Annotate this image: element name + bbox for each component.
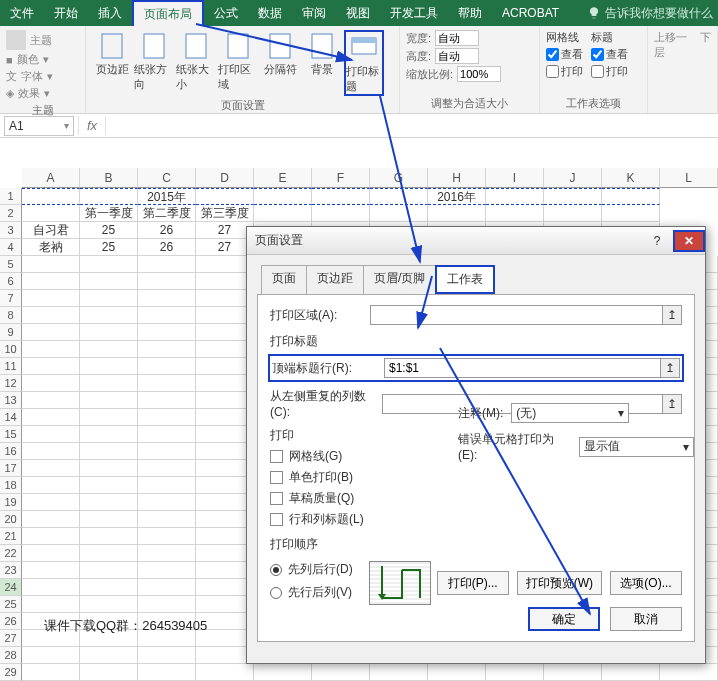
order-over-radio[interactable]: 先行后列(V) bbox=[270, 584, 353, 601]
row-20[interactable]: 20 bbox=[0, 511, 22, 528]
tab-file[interactable]: 文件 bbox=[0, 0, 44, 26]
tab-acrobat[interactable]: ACROBAT bbox=[492, 0, 569, 26]
gridlines-print-check[interactable]: 打印 bbox=[546, 64, 583, 79]
row-12[interactable]: 12 bbox=[0, 375, 22, 392]
comments-select[interactable]: (无)▾ bbox=[511, 403, 629, 423]
colors-button[interactable]: ■ 颜色 ▾ bbox=[6, 52, 79, 67]
height-select[interactable] bbox=[435, 48, 479, 64]
rowcol-check[interactable]: 行和列标题(L) bbox=[270, 511, 682, 528]
tab-page-layout[interactable]: 页面布局 bbox=[132, 0, 204, 26]
row-1[interactable]: 1 bbox=[0, 188, 22, 205]
tab-developer[interactable]: 开发工具 bbox=[380, 0, 448, 26]
fx-button[interactable]: fx bbox=[78, 116, 106, 135]
row-28[interactable]: 28 bbox=[0, 647, 22, 664]
close-button[interactable]: ✕ bbox=[673, 230, 705, 252]
orientation-button[interactable]: 纸张方向 bbox=[134, 30, 174, 96]
breaks-button[interactable]: 分隔符 bbox=[260, 30, 300, 96]
row-2[interactable]: 2 bbox=[0, 205, 22, 222]
tab-help[interactable]: 帮助 bbox=[448, 0, 492, 26]
row-29[interactable]: 29 bbox=[0, 664, 22, 681]
col-K[interactable]: K bbox=[602, 168, 660, 188]
row-26[interactable]: 26 bbox=[0, 613, 22, 630]
col-G[interactable]: G bbox=[370, 168, 428, 188]
ok-button[interactable]: 确定 bbox=[528, 607, 600, 631]
headings-print-check[interactable]: 打印 bbox=[591, 64, 628, 79]
width-select[interactable] bbox=[435, 30, 479, 46]
tab-view[interactable]: 视图 bbox=[336, 0, 380, 26]
preview-button[interactable]: 打印预览(W) bbox=[517, 571, 602, 595]
print-area-button[interactable]: 打印区域 bbox=[218, 30, 258, 96]
dlg-tab-headerfooter[interactable]: 页眉/页脚 bbox=[363, 265, 435, 294]
row-24[interactable]: 24 bbox=[0, 579, 22, 596]
row-18[interactable]: 18 bbox=[0, 477, 22, 494]
row-23[interactable]: 23 bbox=[0, 562, 22, 579]
row-19[interactable]: 19 bbox=[0, 494, 22, 511]
year-2016[interactable]: 2016年 bbox=[428, 188, 486, 205]
col-C[interactable]: C bbox=[138, 168, 196, 188]
tab-formulas[interactable]: 公式 bbox=[204, 0, 248, 26]
send-backward-button[interactable]: 下 bbox=[700, 30, 711, 60]
fonts-button[interactable]: 文 字体 ▾ bbox=[6, 69, 79, 84]
cancel-button[interactable]: 取消 bbox=[610, 607, 682, 631]
margins-button[interactable]: 页边距 bbox=[92, 30, 132, 96]
bw-check[interactable]: 单色打印(B) bbox=[270, 469, 682, 486]
row-8[interactable]: 8 bbox=[0, 307, 22, 324]
effects-button[interactable]: ◈ 效果 ▾ bbox=[6, 86, 79, 101]
top-rows-collapse-button[interactable]: ↥ bbox=[660, 358, 680, 378]
order-down-radio[interactable]: 先列后行(D) bbox=[270, 561, 353, 578]
col-J[interactable]: J bbox=[544, 168, 602, 188]
themes-button[interactable]: 主题 bbox=[6, 30, 79, 50]
background-button[interactable]: 背景 bbox=[302, 30, 342, 96]
scale-input[interactable] bbox=[457, 66, 501, 82]
row-14[interactable]: 14 bbox=[0, 409, 22, 426]
row-7[interactable]: 7 bbox=[0, 290, 22, 307]
tab-insert[interactable]: 插入 bbox=[88, 0, 132, 26]
tab-review[interactable]: 审阅 bbox=[292, 0, 336, 26]
col-I[interactable]: I bbox=[486, 168, 544, 188]
col-B[interactable]: B bbox=[80, 168, 138, 188]
row-5[interactable]: 5 bbox=[0, 256, 22, 273]
print-area-collapse-button[interactable]: ↥ bbox=[662, 305, 682, 325]
options-button[interactable]: 选项(O)... bbox=[610, 571, 682, 595]
top-rows-input[interactable] bbox=[384, 358, 661, 378]
tab-data[interactable]: 数据 bbox=[248, 0, 292, 26]
draft-check[interactable]: 草稿质量(Q) bbox=[270, 490, 682, 507]
row-16[interactable]: 16 bbox=[0, 443, 22, 460]
row-22[interactable]: 22 bbox=[0, 545, 22, 562]
row-21[interactable]: 21 bbox=[0, 528, 22, 545]
row-27[interactable]: 27 bbox=[0, 630, 22, 647]
print-titles-button[interactable]: 打印标题 bbox=[344, 30, 384, 96]
tell-me-search[interactable]: 告诉我你想要做什么 bbox=[587, 0, 713, 26]
row-11[interactable]: 11 bbox=[0, 358, 22, 375]
name-box[interactable]: A1▾ bbox=[4, 116, 74, 136]
help-button[interactable]: ? bbox=[641, 230, 673, 252]
col-E[interactable]: E bbox=[254, 168, 312, 188]
col-D[interactable]: D bbox=[196, 168, 254, 188]
row-15[interactable]: 15 bbox=[0, 426, 22, 443]
headings-view-check[interactable]: 查看 bbox=[591, 47, 628, 62]
row-9[interactable]: 9 bbox=[0, 324, 22, 341]
print-button[interactable]: 打印(P)... bbox=[437, 571, 509, 595]
errors-select[interactable]: 显示值▾ bbox=[579, 437, 694, 457]
tab-home[interactable]: 开始 bbox=[44, 0, 88, 26]
size-button[interactable]: 纸张大小 bbox=[176, 30, 216, 96]
formula-input[interactable] bbox=[106, 116, 718, 136]
col-L[interactable]: L bbox=[660, 168, 718, 188]
dlg-tab-margins[interactable]: 页边距 bbox=[306, 265, 363, 294]
dlg-tab-page[interactable]: 页面 bbox=[261, 265, 306, 294]
row-25[interactable]: 25 bbox=[0, 596, 22, 613]
row-4[interactable]: 4 bbox=[0, 239, 22, 256]
row-3[interactable]: 3 bbox=[0, 222, 22, 239]
row-6[interactable]: 6 bbox=[0, 273, 22, 290]
gridlines-view-check[interactable]: 查看 bbox=[546, 47, 583, 62]
row-10[interactable]: 10 bbox=[0, 341, 22, 358]
row-13[interactable]: 13 bbox=[0, 392, 22, 409]
bring-forward-button[interactable]: 上移一层 bbox=[654, 30, 696, 60]
col-H[interactable]: H bbox=[428, 168, 486, 188]
col-A[interactable]: A bbox=[22, 168, 80, 188]
print-area-input[interactable] bbox=[370, 305, 663, 325]
dialog-titlebar[interactable]: 页面设置 ? ✕ bbox=[247, 227, 705, 255]
col-F[interactable]: F bbox=[312, 168, 370, 188]
row-17[interactable]: 17 bbox=[0, 460, 22, 477]
dlg-tab-sheet[interactable]: 工作表 bbox=[435, 265, 495, 294]
